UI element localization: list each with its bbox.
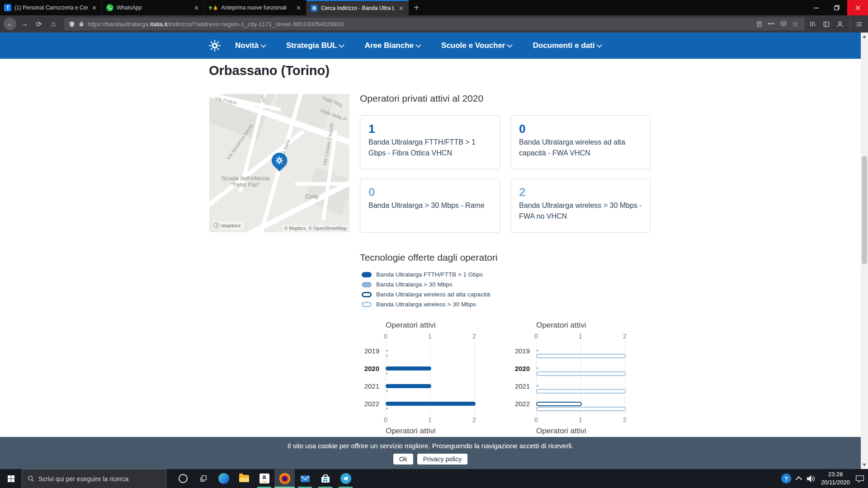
volume-icon[interactable] bbox=[807, 475, 816, 483]
card-value: 1 bbox=[368, 122, 491, 136]
card-value: 0 bbox=[519, 122, 642, 136]
close-window-button[interactable] bbox=[847, 0, 868, 15]
hidden-icons-chevron[interactable] bbox=[796, 476, 802, 483]
legend-swatch-outline-dark bbox=[362, 292, 372, 297]
x-tick-label: 1 bbox=[579, 333, 582, 340]
close-icon[interactable]: ✕ bbox=[295, 5, 302, 11]
mail-button[interactable] bbox=[295, 469, 315, 488]
cookie-banner: Il sito usa cookie per offrire un serviz… bbox=[0, 437, 861, 469]
legend-item: Banda Ultralarga FTTH/FTTB > 1 Gbps bbox=[362, 271, 490, 278]
tab-anteprima[interactable]: Anteprima nuove funzionali ✕ bbox=[204, 0, 307, 15]
card-value: 2 bbox=[519, 186, 642, 199]
scroll-down-arrow[interactable] bbox=[863, 464, 866, 466]
nav-item-documenti-dati[interactable]: Documenti e dati bbox=[533, 41, 601, 50]
browser-tab-bar: f (1) Personal Carrozzeria e Centr ✕ Wha… bbox=[0, 0, 868, 15]
mail-icon bbox=[300, 475, 310, 483]
page-actions-icon[interactable]: ••• bbox=[768, 21, 775, 27]
pocket-icon[interactable] bbox=[780, 21, 787, 27]
windows-taskbar: Scrivi qui per eseguire la ricerca a ? 2… bbox=[0, 469, 868, 488]
reload-button[interactable]: ⟳ bbox=[33, 18, 45, 30]
x-tick-label: 2 bbox=[623, 333, 627, 340]
forward-button[interactable]: → bbox=[18, 18, 31, 30]
restore-button[interactable] bbox=[826, 0, 847, 15]
chart-title: Operatori attivi bbox=[536, 321, 586, 330]
lock-icon[interactable] bbox=[79, 21, 84, 27]
address-bar[interactable]: https://bandaultralarga.italia.it/indiri… bbox=[64, 18, 805, 30]
close-icon[interactable]: ✕ bbox=[91, 5, 98, 11]
map-attribution[interactable]: © Mapbox, © OpenStreetMap bbox=[282, 225, 349, 231]
nav-item-novita[interactable]: Novità bbox=[235, 41, 265, 50]
shield-icon[interactable] bbox=[69, 21, 75, 28]
library-icon[interactable] bbox=[809, 20, 816, 28]
firefox-button[interactable] bbox=[274, 469, 295, 488]
mapbox-logo[interactable]: mapbox bbox=[212, 221, 244, 230]
home-button[interactable]: ⌂ bbox=[47, 18, 60, 30]
lightning-flame-icon bbox=[208, 5, 218, 11]
x-tick-label: 2 bbox=[472, 416, 476, 423]
account-icon[interactable] bbox=[836, 20, 844, 28]
file-explorer-button[interactable] bbox=[234, 469, 254, 488]
reader-mode-icon[interactable] bbox=[756, 21, 762, 28]
nav-item-aree-bianche[interactable]: Aree Bianche bbox=[364, 41, 420, 50]
firefox-icon bbox=[279, 473, 290, 484]
x-tick-label: 2 bbox=[623, 416, 627, 423]
cookie-ok-button[interactable]: Ok bbox=[393, 454, 413, 465]
chart-bar bbox=[536, 407, 626, 411]
card-label: Banda Ultralarga FTTH/FTTB > 1 Gbps - Fi… bbox=[368, 137, 491, 160]
telegram-button[interactable] bbox=[335, 469, 356, 488]
year-label: 2019 bbox=[510, 347, 530, 356]
menu-hamburger-icon[interactable] bbox=[856, 21, 863, 27]
edge-button[interactable] bbox=[213, 469, 234, 488]
card-fwa-no-vhcn: 2 Banda Ultralarga wireless > 30 Mbps - … bbox=[510, 178, 651, 233]
cookie-privacy-button[interactable]: Privacy policy bbox=[417, 454, 468, 465]
page-scrollbar[interactable] bbox=[861, 33, 868, 469]
chart-bar bbox=[536, 354, 626, 358]
chart-bar bbox=[386, 366, 431, 371]
new-tab-button[interactable]: + bbox=[409, 0, 424, 15]
task-view-button[interactable] bbox=[193, 469, 213, 488]
tab-facebook[interactable]: f (1) Personal Carrozzeria e Centr ✕ bbox=[0, 0, 102, 15]
edge-icon bbox=[218, 473, 229, 484]
scroll-up-arrow[interactable] bbox=[863, 35, 866, 38]
tab-whatsapp[interactable]: WhatsApp ✕ bbox=[102, 0, 204, 15]
card-rame: 0 Banda Ultralarga > 30 Mbps - Rame bbox=[360, 178, 500, 233]
sidebar-icon[interactable] bbox=[823, 21, 830, 28]
action-center-icon[interactable] bbox=[855, 475, 864, 483]
bookmark-star-icon[interactable]: ☆ bbox=[792, 20, 798, 28]
amazon-button[interactable]: a bbox=[254, 469, 274, 488]
tab-cerca-indirizzo[interactable]: Cerca Indirizzo - Banda Ultra La ✕ bbox=[307, 0, 409, 15]
location-map[interactable]: Via Frejus Via Viale Reg Viale della P V… bbox=[209, 94, 349, 232]
cortana-button[interactable] bbox=[173, 469, 193, 488]
card-label: Banda Ultralarga wireless > 30 Mbps - FW… bbox=[519, 200, 642, 223]
windows-logo-icon bbox=[8, 475, 14, 482]
chart-zero-dot bbox=[537, 350, 538, 352]
legend-item: Banda Ultralarga > 30 Mbps bbox=[362, 281, 490, 288]
store-button[interactable] bbox=[315, 469, 335, 488]
clock-time: 23:28 bbox=[821, 470, 850, 479]
back-button[interactable]: ← bbox=[4, 18, 16, 30]
close-icon[interactable]: ✕ bbox=[398, 5, 405, 12]
chart-zero-dot bbox=[386, 408, 388, 409]
close-icon[interactable]: ✕ bbox=[193, 5, 200, 11]
taskbar-search-input[interactable]: Scrivi qui per eseguire la ricerca bbox=[22, 469, 166, 488]
operators-section-title: Operatori privati attivi al 2020 bbox=[360, 93, 483, 104]
bul-gear-icon bbox=[311, 5, 318, 12]
page-title: Orbassano (Torino) bbox=[209, 63, 330, 78]
clock-date: 20/11/2020 bbox=[821, 479, 850, 487]
year-label: 2021 bbox=[359, 382, 379, 391]
x-tick-label: 1 bbox=[428, 416, 432, 423]
minimize-button[interactable] bbox=[806, 0, 826, 15]
scrollbar-thumb[interactable] bbox=[862, 156, 867, 264]
start-button[interactable] bbox=[0, 469, 22, 488]
x-tick-label: 1 bbox=[579, 416, 582, 423]
nav-item-scuole-voucher[interactable]: Scuole e Voucher bbox=[441, 41, 512, 50]
tab-title: Cerca Indirizzo - Banda Ultra La bbox=[321, 5, 395, 11]
nav-item-strategia-bul[interactable]: Strategia BUL bbox=[286, 41, 344, 50]
chart-zero-dot bbox=[386, 372, 388, 374]
card-label: Banda Ultralarga > 30 Mbps - Rame bbox=[368, 200, 491, 211]
url-text: https://bandaultralarga.italia.it/indiri… bbox=[88, 21, 344, 28]
bul-logo-icon[interactable] bbox=[209, 40, 221, 52]
help-icon[interactable]: ? bbox=[781, 474, 791, 483]
taskbar-clock[interactable]: 23:28 20/11/2020 bbox=[821, 470, 850, 486]
legend-swatch-filled-dark bbox=[362, 272, 372, 277]
